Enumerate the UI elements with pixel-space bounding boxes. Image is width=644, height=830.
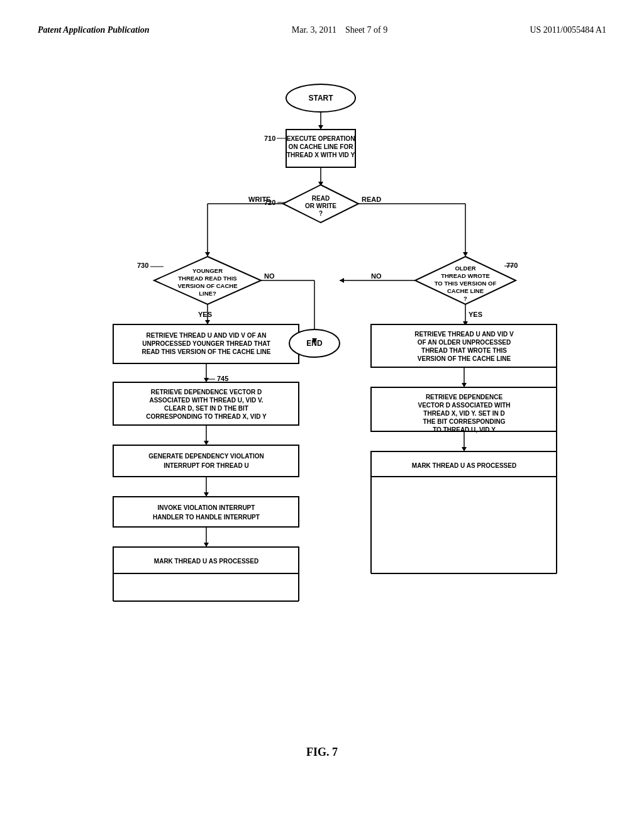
svg-text:START: START: [308, 94, 333, 102]
svg-marker-35: [205, 320, 210, 324]
svg-text:YOUNGER: YOUNGER: [192, 267, 223, 274]
header-left: Patent Application Publication: [38, 25, 150, 35]
svg-text:MARK THREAD U AS PROCESSED: MARK THREAD U AS PROCESSED: [154, 558, 258, 565]
svg-text:GENERATE DEPENDENCY VIOLATION: GENERATE DEPENDENCY VIOLATION: [148, 453, 264, 460]
date-label: Mar. 3, 2011: [292, 25, 336, 35]
svg-text:UNPROCESSED YOUNGER THREAD THA: UNPROCESSED YOUNGER THREAD THAT: [142, 340, 270, 347]
svg-text:RETRIEVE DEPENDENCE: RETRIEVE DEPENDENCE: [426, 394, 503, 401]
svg-text:?: ?: [319, 210, 323, 217]
svg-text:OR WRITE: OR WRITE: [305, 202, 336, 209]
svg-text:YES: YES: [198, 311, 212, 318]
svg-marker-112: [462, 447, 467, 451]
svg-text:READ THIS VERSION OF THE CACHE: READ THIS VERSION OF THE CACHE LINE: [142, 348, 270, 355]
svg-rect-65: [113, 497, 299, 527]
svg-marker-102: [462, 383, 467, 387]
svg-marker-55: [204, 441, 209, 445]
svg-text:THREAD X, VID Y. SET IN D: THREAD X, VID Y. SET IN D: [423, 410, 504, 417]
header: Patent Application Publication Mar. 3, 2…: [38, 25, 606, 35]
flowchart-svg: START 710 EXECUTE OPERATION ON CACHE LIN…: [38, 73, 604, 733]
page: Patent Application Publication Mar. 3, 2…: [0, 0, 644, 830]
svg-text:NO: NO: [371, 272, 382, 280]
svg-text:CORRESPONDING TO THREAD X, VID: CORRESPONDING TO THREAD X, VID Y: [146, 413, 267, 420]
svg-text:VECTOR D ASSOCIATED WITH: VECTOR D ASSOCIATED WITH: [418, 402, 510, 409]
svg-marker-69: [204, 543, 209, 547]
svg-text:710: 710: [264, 135, 275, 142]
svg-text:LINE?: LINE?: [199, 290, 216, 297]
svg-text:THE BIT CORRESPONDING: THE BIT CORRESPONDING: [423, 418, 505, 425]
svg-text:READ: READ: [312, 195, 330, 202]
svg-marker-48: [204, 378, 209, 382]
svg-text:730: 730: [137, 262, 148, 269]
svg-text:NO: NO: [264, 272, 275, 280]
diagram-container: START 710 EXECUTE OPERATION ON CACHE LIN…: [38, 73, 606, 733]
svg-text:745: 745: [217, 375, 228, 382]
fig-title: FIG. 7: [306, 746, 338, 758]
svg-text:VERSION OF THE CACHE LINE: VERSION OF THE CACHE LINE: [418, 355, 511, 362]
publication-label: Patent Application Publication: [38, 25, 150, 35]
svg-text:EXECUTE OPERATION: EXECUTE OPERATION: [287, 135, 355, 142]
svg-text:TO THIS VERSION OF: TO THIS VERSION OF: [435, 280, 497, 287]
figure-label: FIG. 7: [38, 746, 606, 759]
svg-text:WRITE: WRITE: [248, 196, 270, 203]
svg-text:RETRIEVE DEPENDENCE VECTOR D: RETRIEVE DEPENDENCE VECTOR D: [151, 389, 262, 396]
svg-rect-58: [113, 445, 299, 477]
svg-text:HANDLER TO HANDLE INTERRUPT: HANDLER TO HANDLE INTERRUPT: [153, 514, 260, 521]
svg-text:OLDER: OLDER: [455, 265, 475, 272]
svg-marker-3: [318, 125, 323, 130]
svg-marker-93: [340, 278, 344, 283]
svg-text:ON CACHE LINE FOR: ON CACHE LINE FOR: [289, 143, 354, 150]
svg-text:CACHE LINE: CACHE LINE: [447, 287, 484, 294]
svg-text:?: ?: [464, 295, 467, 302]
svg-text:ASSOCIATED WITH THREAD U, VID : ASSOCIATED WITH THREAD U, VID V.: [149, 397, 263, 404]
svg-text:MARK THREAD U AS PROCESSED: MARK THREAD U AS PROCESSED: [412, 462, 516, 469]
svg-text:THREAD WROTE: THREAD WROTE: [441, 272, 490, 279]
svg-text:YES: YES: [469, 311, 482, 318]
svg-text:770: 770: [506, 262, 518, 269]
svg-marker-62: [204, 492, 209, 497]
svg-text:VERSION OF CACHE: VERSION OF CACHE: [177, 282, 237, 289]
svg-text:INTERRUPT FOR THREAD U: INTERRUPT FOR THREAD U: [164, 462, 249, 469]
svg-text:OF AN OLDER UNPROCESSED: OF AN OLDER UNPROCESSED: [418, 339, 511, 346]
svg-text:THREAD READ THIS: THREAD READ THIS: [178, 275, 236, 282]
svg-text:INVOKE VIOLATION INTERRUPT: INVOKE VIOLATION INTERRUPT: [158, 504, 255, 511]
svg-text:RETRIEVE THREAD U AND VID V: RETRIEVE THREAD U AND VID V: [414, 331, 514, 338]
svg-text:CLEAR D, SET IN D THE BIT: CLEAR D, SET IN D THE BIT: [164, 405, 248, 412]
sheet-label: Sheet 7 of 9: [345, 25, 387, 35]
header-right: US 2011/0055484 A1: [530, 25, 606, 35]
svg-text:READ: READ: [362, 196, 381, 203]
svg-text:THREAD X WITH VID Y: THREAD X WITH VID Y: [287, 152, 355, 158]
header-center: Mar. 3, 2011 Sheet 7 of 9: [292, 25, 387, 35]
svg-text:THREAD THAT WROTE THIS: THREAD THAT WROTE THIS: [421, 347, 507, 354]
svg-text:RETRIEVE THREAD U AND VID V OF: RETRIEVE THREAD U AND VID V OF AN: [147, 332, 267, 339]
patent-number: US 2011/0055484 A1: [530, 25, 606, 35]
